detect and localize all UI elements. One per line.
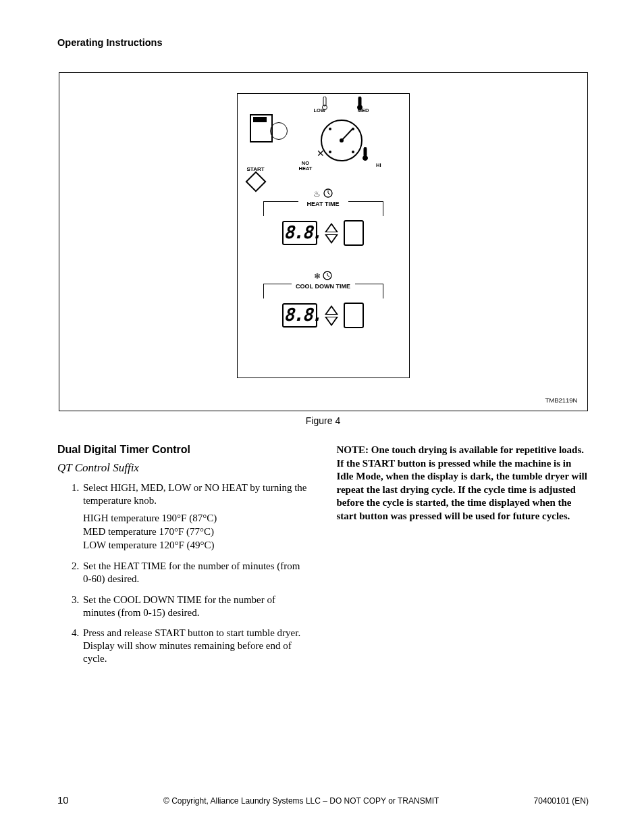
note-text: NOTE: One touch drying is available for …: [337, 444, 589, 523]
heat-time-arrows-icon: [325, 221, 338, 246]
thermometer-icon: [322, 97, 326, 109]
svg-point-6: [329, 128, 331, 130]
svg-point-7: [352, 128, 354, 130]
svg-point-8: [329, 151, 331, 153]
cool-down-arrows-icon: [325, 303, 338, 328]
temp-med: MED temperature 170°F (77°C): [83, 525, 310, 538]
subheading-qt-suffix: QT Control Suffix: [57, 461, 310, 475]
svg-rect-10: [364, 147, 367, 157]
temp-low: LOW temperature 120°F (49°C): [83, 538, 310, 552]
temp-label-hi: HI: [376, 162, 381, 168]
cool-down-button-icon: [344, 303, 364, 328]
no-heat-icon: ✕: [317, 148, 325, 159]
page-footer: 10 © Copyright, Alliance Laundry Systems…: [57, 794, 589, 806]
temp-high: HIGH temperature 190°F (87°C): [83, 511, 310, 525]
temperature-knob-icon: LOW MED: [310, 101, 373, 161]
heading-dual-digital: Dual Digital Timer Control: [57, 444, 310, 456]
heat-time-display: 8.8.: [282, 221, 317, 245]
page-number: 10: [57, 794, 69, 806]
svg-line-5: [342, 129, 352, 140]
figure-caption: Figure 4: [57, 415, 589, 426]
svg-rect-0: [323, 97, 326, 106]
cool-down-label: COOL DOWN TIME: [292, 283, 354, 290]
svg-line-14: [328, 193, 330, 194]
doc-number: 70400101 (EN): [534, 796, 589, 806]
svg-point-3: [357, 105, 362, 110]
steps-list: Select HIGH, MED, LOW or NO HEAT by turn…: [57, 481, 310, 665]
thermometer-icon: [357, 97, 361, 109]
figure-id: TMB2119N: [545, 396, 577, 404]
step-3: Set the COOL DOWN TIME for the number of…: [82, 594, 310, 619]
temp-label-noheat: NOHEAT: [299, 161, 313, 171]
control-panel-diagram: START LOW MED: [237, 93, 410, 378]
copyright: © Copyright, Alliance Laundry Systems LL…: [163, 796, 439, 806]
step-4: Press and release START button to start …: [82, 627, 310, 664]
svg-point-11: [363, 156, 367, 161]
heat-time-button-icon: [344, 220, 364, 246]
left-column: Dual Digital Timer Control QT Control Su…: [57, 434, 310, 673]
svg-line-17: [327, 276, 329, 277]
thermometer-icon: [363, 147, 368, 163]
heat-time-section: ♨ HEAT TIME 8.8.: [258, 188, 389, 246]
section-header: Operating Instructions: [57, 37, 589, 48]
cool-down-section: ❄ COOL DOWN TIME 8.8.: [258, 271, 389, 328]
cool-down-display: 8.8.: [282, 303, 317, 328]
heat-time-label: HEAT TIME: [303, 201, 344, 207]
svg-point-9: [352, 151, 354, 153]
step-2: Set the HEAT TIME for the number of minu…: [82, 560, 310, 585]
svg-rect-2: [358, 97, 361, 106]
step-1: Select HIGH, MED, LOW or NO HEAT by turn…: [82, 481, 310, 552]
right-column: NOTE: One touch drying is available for …: [337, 434, 589, 673]
figure-container: START LOW MED: [59, 72, 588, 411]
